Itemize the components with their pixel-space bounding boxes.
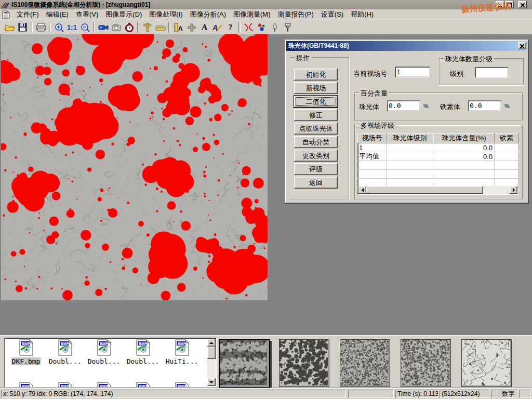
zoom-out-button[interactable] — [78, 21, 91, 34]
help-button[interactable]: ? — [224, 21, 237, 34]
ferrite-percent-input[interactable] — [468, 100, 501, 111]
micrograph-image[interactable] — [1, 34, 268, 300]
toolbar-separator — [49, 22, 51, 33]
pan-button[interactable] — [185, 21, 198, 34]
ruler-button[interactable] — [154, 21, 167, 34]
file-list-scrollbar[interactable] — [207, 339, 216, 386]
bmp-file-icon: BMP — [174, 339, 190, 356]
menu-report[interactable]: 测量报告(P) — [274, 9, 317, 20]
binarize-button[interactable]: 二值化 — [294, 96, 338, 108]
video-camera-button[interactable] — [97, 21, 110, 34]
thumbnail-micro-2[interactable] — [279, 339, 329, 387]
dialog-close-button[interactable] — [518, 42, 526, 49]
status-empty — [519, 390, 531, 398]
multifield-table[interactable]: 视场号 珠光体级别 珠光体含量(%) 铁素 1 0.0 平均值 0.0 — [357, 133, 518, 195]
menu-image-analysis[interactable]: 图像分析(A) — [187, 9, 230, 20]
cell: 平均值 — [357, 152, 387, 161]
zoom-in-button[interactable] — [52, 21, 65, 34]
file-name[interactable]: DKF.bmp — [11, 357, 41, 365]
scroll-down-button[interactable] — [207, 378, 216, 386]
file-item[interactable]: BMP — [163, 382, 201, 387]
file-item[interactable]: BMP DKF.bmp — [7, 339, 45, 365]
file-item[interactable]: BMP — [124, 382, 162, 387]
col-ferrite[interactable]: 铁素 — [495, 133, 518, 143]
pearlite-percent-input[interactable] — [387, 100, 420, 111]
camera-button[interactable] — [110, 21, 123, 34]
timer-button[interactable] — [123, 21, 136, 34]
rate-button[interactable]: 评级 — [294, 163, 338, 175]
pan-icon — [187, 23, 196, 32]
col-pearlite-content[interactable]: 珠光体含量(%) — [433, 133, 495, 143]
file-item[interactable]: BMP Doubl... — [124, 339, 162, 365]
menu-file[interactable]: 文件(F) — [13, 9, 43, 20]
table-row[interactable] — [357, 170, 518, 179]
file-name[interactable]: Doubl... — [48, 357, 82, 365]
scroll-right-button[interactable] — [510, 186, 517, 194]
col-pearlite-grade[interactable]: 珠光体级别 — [387, 133, 433, 143]
scroll-up-button[interactable] — [207, 339, 216, 347]
file-name[interactable]: Doubl... — [87, 357, 121, 365]
document-icon[interactable] — [2, 10, 10, 19]
initialize-button[interactable]: 初始化 — [294, 69, 338, 81]
measure-text-button[interactable]: A — [172, 21, 185, 34]
file-name[interactable]: Doubl... — [126, 357, 160, 365]
file-item[interactable]: BMP Doubl... — [46, 339, 84, 365]
change-class-button[interactable]: 更改类别 — [294, 150, 338, 162]
close-button[interactable] — [518, 1, 527, 8]
scroll-left-button[interactable] — [358, 186, 366, 194]
return-button[interactable]: 返回 — [294, 177, 338, 189]
level-input[interactable] — [475, 67, 508, 78]
toolbar-separator — [168, 22, 170, 33]
auto-classify-button[interactable]: 自动分类 — [294, 136, 338, 148]
file-browser[interactable]: BMP DKF.bmp BMP Doubl... — [4, 338, 217, 387]
thumbnail-micro-5[interactable] — [461, 339, 512, 387]
save-icon — [18, 23, 27, 32]
thumbnail-micro-3[interactable] — [340, 339, 390, 387]
menu-image-display[interactable]: 图像显示(D) — [102, 9, 145, 20]
print-button[interactable] — [34, 21, 47, 34]
scrollbar-thumb[interactable] — [366, 186, 483, 194]
save-button[interactable] — [16, 21, 29, 34]
bmp-file-icon: BMP — [174, 382, 190, 387]
thumbnail-micro-4[interactable] — [401, 339, 451, 387]
pen-button[interactable] — [268, 21, 281, 34]
menu-settings[interactable]: 设置(S) — [317, 9, 347, 20]
table-row[interactable]: 1 0.0 — [357, 143, 518, 152]
pick-pearlite-button[interactable]: 点取珠光体 — [294, 123, 338, 135]
caliper-button[interactable] — [141, 21, 154, 34]
col-field-no[interactable]: 视场号 — [357, 133, 387, 143]
file-item[interactable]: BMP Doubl... — [85, 339, 123, 365]
file-item[interactable]: BMP — [85, 382, 123, 387]
menu-bar: 文件(F) 编辑(E) 查看(V) 图像显示(D) 图像处理(I) 图像分析(A… — [0, 9, 532, 20]
table-h-scrollbar[interactable] — [358, 186, 517, 194]
menu-help[interactable]: 帮助(H) — [347, 9, 377, 20]
file-item[interactable]: BMP — [7, 382, 45, 387]
multifield-group-label: 多视场评级 — [359, 121, 396, 130]
scrollbar-thumb[interactable] — [207, 347, 216, 359]
classify-points-icon — [257, 23, 267, 32]
curve-button[interactable] — [242, 21, 255, 34]
table-row[interactable]: 平均值 0.0 — [357, 152, 518, 161]
menu-edit[interactable]: 编辑(E) — [43, 9, 72, 20]
table-row[interactable] — [357, 161, 518, 170]
thumbnail-micro-1[interactable] — [219, 339, 270, 388]
dialog-title-bar[interactable]: 珠光体(GB/T9441-88) — [286, 41, 527, 51]
classify-points-button[interactable] — [255, 21, 268, 34]
text-button[interactable]: A — [198, 21, 211, 34]
file-item[interactable]: BMP — [46, 382, 84, 387]
actual-size-button[interactable]: 1:1 — [65, 21, 78, 34]
menu-image-measure[interactable]: 图像测量(M) — [230, 9, 274, 20]
menu-image-process[interactable]: 图像处理(I) — [145, 9, 186, 20]
file-item[interactable]: BMP HuiTi... — [163, 339, 201, 365]
new-field-button[interactable]: 新视场 — [294, 82, 338, 94]
cell — [387, 161, 433, 170]
annotate-button[interactable]: A — [211, 21, 224, 34]
cell — [433, 170, 495, 179]
correct-button[interactable]: 修正 — [294, 109, 338, 121]
menu-view[interactable]: 查看(V) — [72, 9, 102, 20]
file-name[interactable]: HuiTi... — [165, 357, 199, 365]
open-button[interactable] — [3, 21, 16, 34]
bmp-file-icon: BMP — [57, 382, 73, 387]
current-field-input[interactable] — [395, 66, 430, 77]
brush-button[interactable] — [281, 21, 294, 34]
